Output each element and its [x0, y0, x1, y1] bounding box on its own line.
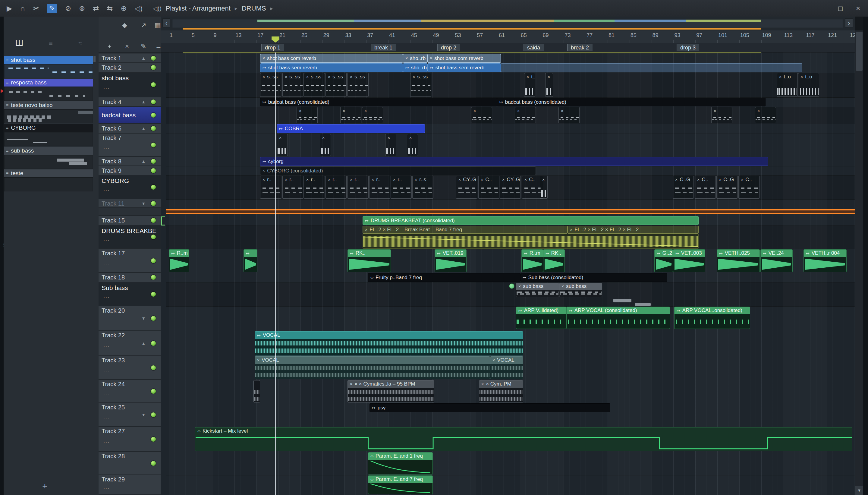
edit-track-icon[interactable]: ✎: [141, 42, 146, 50]
track-enable-dot[interactable]: [151, 100, 156, 104]
pattern-name[interactable]: ≡teste: [4, 169, 93, 177]
clip[interactable]: ↦R..m: [169, 249, 189, 272]
clip[interactable]: ×sub bass: [559, 283, 602, 297]
audition-tool-icon[interactable]: ◁): [135, 4, 142, 13]
track-header[interactable]: Track 22...▲: [99, 331, 161, 356]
clip[interactable]: ↦VET..003: [673, 249, 705, 272]
clip[interactable]: [501, 63, 802, 72]
pattern-clip[interactable]: ×r..: [326, 176, 347, 199]
track-header[interactable]: CYBORG...: [99, 175, 161, 199]
clip[interactable]: ×shot bass com reverb: [260, 54, 403, 63]
track-header[interactable]: Track 18: [99, 273, 161, 283]
automation-clip[interactable]: ∞Param. E..and 1 freq: [368, 452, 433, 475]
scroll-down-button[interactable]: ▾: [855, 486, 864, 495]
timeline-ruler[interactable]: 1591317212529333741454953576165697377818…: [161, 31, 855, 44]
close-button[interactable]: ×: [856, 4, 860, 13]
wave-panel-icon[interactable]: ≈: [79, 39, 82, 47]
clip[interactable]: ×× × Cymatics..la – 95 BPM: [347, 380, 434, 403]
headphones-icon[interactable]: ∩: [20, 4, 25, 13]
clip[interactable]: [363, 234, 699, 249]
vertical-scrollbar[interactable]: ▾: [855, 31, 864, 495]
clip[interactable]: ↦: [244, 249, 257, 272]
pattern-clip[interactable]: ×s..ss: [282, 73, 303, 97]
pattern-name[interactable]: ≡resposta bass: [4, 79, 93, 87]
clip[interactable]: ×× Cym..PM: [479, 380, 523, 403]
track-header[interactable]: Track 28...: [99, 452, 161, 475]
add-pattern-button[interactable]: +: [42, 481, 48, 491]
track-enable-dot[interactable]: [151, 365, 156, 370]
timeline-marker[interactable]: break 1: [371, 44, 396, 51]
pattern-clip[interactable]: ×: [540, 176, 548, 199]
draw-tool-icon[interactable]: ✎: [47, 4, 57, 13]
pattern-clip[interactable]: ×s..ss: [410, 73, 431, 97]
clip[interactable]: ↦VE..24: [760, 249, 793, 272]
clip[interactable]: ×FL..2 × FL..2 × FL..2 × FL..2: [568, 226, 699, 234]
pattern-clip[interactable]: ×: [320, 134, 331, 156]
pattern-list-scrollbar[interactable]: [93, 56, 96, 62]
pattern-clip[interactable]: ×C..: [739, 176, 760, 199]
pattern-clip[interactable]: ×r..: [369, 176, 390, 199]
timeline-marker[interactable]: saida: [523, 44, 544, 51]
track-enable-dot[interactable]: [151, 113, 156, 118]
track-enable-dot[interactable]: [151, 142, 156, 148]
clip[interactable]: [509, 284, 515, 289]
pattern-clip[interactable]: ×C..G: [673, 176, 694, 199]
track-enable-dot[interactable]: [151, 389, 156, 394]
clip[interactable]: ↦VOCAL: [255, 331, 523, 355]
pattern-name[interactable]: ≡CYBORG: [4, 124, 93, 132]
track-enable-dot[interactable]: [151, 159, 156, 164]
track-header[interactable]: Track 23...: [99, 356, 161, 380]
track-enable-dot[interactable]: [151, 461, 156, 466]
breadcrumb-playlist[interactable]: Playlist - Arrangement: [166, 4, 230, 12]
pattern-clip[interactable]: ×r..: [282, 176, 303, 199]
pattern-item[interactable]: ≡teste: [4, 169, 93, 192]
knob-panel-icon[interactable]: ≡: [49, 39, 53, 47]
clip[interactable]: ↦psy: [369, 403, 610, 412]
clip[interactable]: ↦cyborg: [260, 157, 768, 166]
pattern-item[interactable]: ≡sub bass: [4, 147, 93, 169]
clip[interactable]: ↦shot bass sem reverb: [260, 63, 403, 72]
clip[interactable]: ×FL..2 × FL..2 – Break Beat – Band 7 fre…: [363, 226, 568, 234]
pattern-clip[interactable]: ×: [471, 107, 492, 123]
clip[interactable]: ↦DRUMS BREAKBEAT (consolidated): [363, 216, 699, 225]
clip[interactable]: ↦R..m: [521, 249, 543, 272]
vertical-scrollbar-thumb[interactable]: [856, 32, 863, 71]
breadcrumb-arrangement[interactable]: DRUMS: [242, 4, 266, 12]
track-header[interactable]: Track 27...: [99, 427, 161, 452]
clip[interactable]: ↦COBRA: [277, 124, 425, 133]
track-header[interactable]: Track 17...: [99, 249, 161, 273]
pattern-clip[interactable]: ×: [515, 107, 536, 123]
slide-tool-icon[interactable]: ✂: [33, 4, 39, 13]
delete-track-icon[interactable]: ×: [125, 42, 129, 50]
track-header[interactable]: Track 9: [99, 166, 161, 175]
pattern-clip[interactable]: ×r..: [390, 176, 412, 199]
playhead-line[interactable]: [275, 52, 276, 495]
track-enable-dot[interactable]: [151, 341, 156, 346]
track-header[interactable]: Track 4▲: [99, 97, 161, 107]
playhead-flag[interactable]: [272, 36, 279, 42]
pattern-clip[interactable]: ×: [362, 107, 383, 123]
clip[interactable]: [635, 303, 651, 306]
clip[interactable]: ↦RK..: [347, 249, 391, 272]
track-header[interactable]: DRUMS BREAKBE.....: [99, 225, 161, 249]
pattern-clip[interactable]: ×t..: [524, 73, 535, 97]
track-header[interactable]: badcat bass: [99, 107, 161, 124]
track-header[interactable]: Track 25...▼: [99, 403, 161, 427]
track-enable-dot[interactable]: [151, 56, 156, 61]
automation-clip[interactable]: ∞Kickstart – Mix level: [195, 427, 852, 451]
pattern-clip[interactable]: ×r..s: [412, 176, 433, 199]
track-enable-dot[interactable]: [151, 126, 156, 131]
timeline-marker[interactable]: drop 2: [437, 44, 460, 51]
maximize-button[interactable]: □: [838, 4, 843, 13]
pattern-name[interactable]: ≡shot bass: [4, 56, 93, 64]
clip[interactable]: ↦ARP V..lidated): [516, 307, 566, 329]
track-header[interactable]: Track 6▲: [99, 124, 161, 134]
track-header[interactable]: Sub bass...: [99, 283, 161, 306]
pattern-clip[interactable]: ×: [297, 107, 318, 123]
clip[interactable]: ×shot bass com reverb: [427, 54, 501, 63]
pattern-clip[interactable]: ×t..o: [798, 73, 819, 97]
track-header[interactable]: [99, 208, 161, 216]
pattern-clip[interactable]: ×C..G: [716, 176, 737, 199]
slide-vertical-icon[interactable]: ↗: [141, 21, 146, 29]
pattern-clip[interactable]: ×C..: [695, 176, 716, 199]
